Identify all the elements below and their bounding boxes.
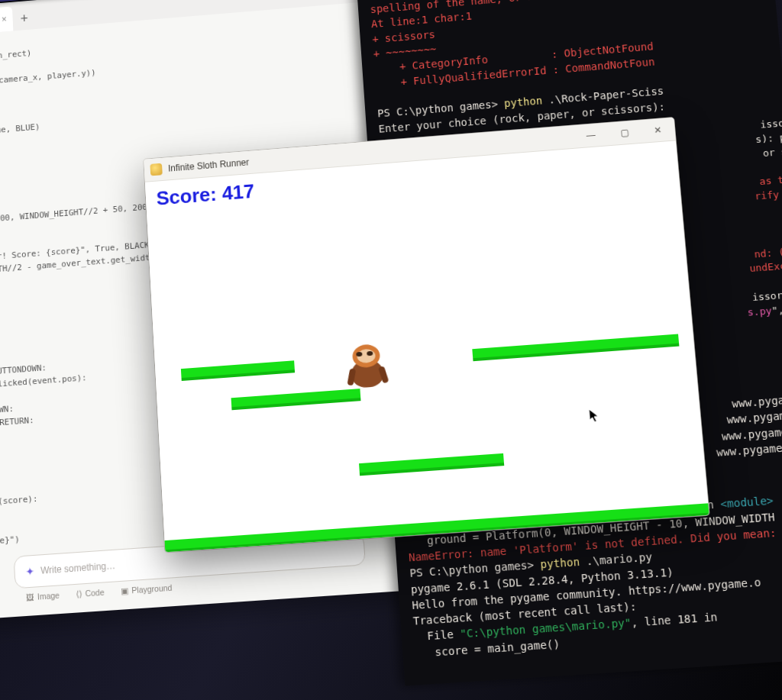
close-icon[interactable]: × — [2, 14, 7, 24]
tool-image[interactable]: 🖼 Image — [26, 590, 60, 602]
platform — [231, 389, 361, 410]
sparkle-icon: ✦ — [25, 565, 35, 578]
maximize-button[interactable]: ▢ — [606, 121, 641, 146]
game-canvas[interactable]: Score: 417 — [145, 140, 709, 552]
platform — [181, 360, 295, 381]
score-display: Score: 417 — [156, 179, 255, 210]
mouse-cursor-icon — [588, 408, 600, 424]
game-app-icon — [150, 163, 162, 176]
tool-code[interactable]: ⟨⟩ Code — [76, 588, 104, 599]
perspective-layer: xt mario.py × + GREEN, platform_screen_r… — [0, 0, 782, 700]
platform — [359, 453, 504, 476]
game-window-title: Infinite Sloth Runner — [168, 157, 250, 174]
new-tab-button[interactable]: + — [12, 6, 37, 31]
player-sloth — [347, 344, 388, 390]
chat-placeholder: Write something… — [40, 560, 115, 576]
close-button[interactable]: ✕ — [640, 118, 675, 143]
game-window: Infinite Sloth Runner — ▢ ✕ Score: 417 — [144, 118, 709, 552]
tool-playground[interactable]: ▣ Playground — [121, 583, 173, 596]
platform — [472, 334, 679, 362]
minimize-button[interactable]: — — [574, 123, 609, 148]
scene-root: xt mario.py × + GREEN, platform_screen_r… — [0, 0, 782, 700]
